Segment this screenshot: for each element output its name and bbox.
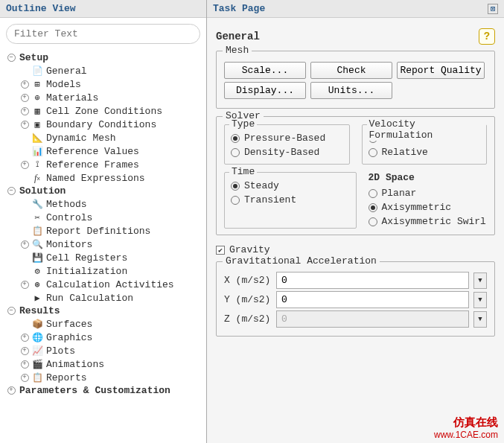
radio-icon — [369, 189, 377, 198]
field-row: Z (m/s2)▼ — [224, 310, 487, 328]
tree-item[interactable]: 📄General — [3, 64, 203, 77]
radio-option[interactable]: Steady — [231, 179, 350, 193]
radio-icon — [231, 182, 240, 191]
expander-icon[interactable]: + — [19, 106, 30, 116]
tree-item[interactable]: −Setup — [3, 51, 203, 64]
tree-item[interactable]: +🎬Animations — [3, 357, 203, 371]
tree-item[interactable]: +⊕Materials — [3, 91, 203, 104]
expander-icon[interactable]: + — [19, 239, 30, 249]
report-quality-button[interactable]: Report Quality — [397, 62, 485, 79]
expander-icon[interactable] — [19, 266, 30, 276]
expander-icon[interactable]: + — [19, 359, 30, 369]
expander-icon[interactable] — [19, 146, 30, 156]
radio-option[interactable]: Axisymmetric Swirl — [369, 214, 488, 229]
expander-icon[interactable]: + — [19, 332, 30, 342]
help-button[interactable]: ? — [479, 28, 495, 45]
expander-icon[interactable] — [19, 66, 30, 76]
tree-item-label: Cell Zone Conditions — [45, 106, 162, 117]
radio-label: Density-Based — [244, 147, 319, 158]
tree-icon: ⊛ — [31, 278, 43, 290]
field-label: X (m/s2) — [224, 275, 272, 286]
time-label: Time — [229, 166, 257, 177]
dropdown-icon[interactable]: ▼ — [473, 292, 487, 308]
radio-option[interactable]: Density-Based — [231, 145, 343, 159]
expander-icon[interactable]: − — [6, 186, 16, 197]
number-input[interactable] — [276, 272, 469, 289]
expander-icon[interactable]: + — [19, 79, 30, 89]
tree-icon: ▦ — [31, 105, 43, 117]
tree-item[interactable]: ✂Controls — [3, 211, 203, 224]
tree-item[interactable]: +🌐Graphics — [3, 331, 203, 344]
tree-item[interactable]: +📈Plots — [3, 344, 203, 357]
expander-icon[interactable]: + — [19, 92, 30, 103]
radio-icon — [369, 217, 377, 226]
radio-icon — [369, 203, 377, 212]
expander-icon[interactable] — [19, 133, 30, 143]
tree-item[interactable]: fxNamed Expressions — [3, 171, 203, 185]
expander-icon[interactable]: + — [19, 372, 30, 383]
radio-option[interactable]: Transient — [231, 193, 350, 207]
type-group: Type Pressure-BasedDensity-Based — [224, 124, 350, 165]
tree-item[interactable]: +Parameters & Customization — [3, 384, 203, 397]
expander-icon[interactable] — [19, 319, 30, 329]
tree-item[interactable]: −Solution — [3, 185, 203, 197]
expander-icon[interactable]: − — [6, 53, 16, 63]
tree-item[interactable]: 🔧Methods — [3, 197, 203, 211]
tree-item[interactable]: +📋Reports — [3, 371, 203, 384]
expander-icon[interactable] — [19, 293, 30, 303]
tree-item[interactable]: +🔍Monitors — [3, 238, 203, 251]
tree-item-label: Parameters & Customization — [18, 385, 170, 396]
tree-icon: ⟟ — [31, 159, 43, 170]
expander-icon[interactable] — [19, 252, 30, 263]
expander-icon[interactable] — [19, 199, 30, 209]
scale-button[interactable]: Scale... — [224, 62, 306, 79]
tree-item[interactable]: 📐Dynamic Mesh — [3, 131, 203, 144]
velocity-label: Velocity Formulation — [367, 118, 487, 141]
tree-item[interactable]: +▦Cell Zone Conditions — [3, 104, 203, 118]
tree-icon: 📈 — [31, 345, 43, 357]
tree-item[interactable]: +⊛Calculation Activities — [3, 278, 203, 291]
expander-icon[interactable]: + — [6, 386, 16, 396]
check-button[interactable]: Check — [310, 62, 392, 79]
expander-icon[interactable]: + — [19, 159, 30, 170]
tree-item-label: Monitors — [45, 239, 92, 250]
radio-option[interactable]: Planar — [369, 186, 488, 200]
tree-item[interactable]: −Results — [3, 305, 203, 317]
dropdown-icon[interactable]: ▼ — [473, 311, 487, 328]
tree-item[interactable]: 📦Surfaces — [3, 317, 203, 331]
units-button[interactable]: Units... — [310, 82, 392, 99]
tree-item[interactable]: +▣Boundary Conditions — [3, 118, 203, 131]
expander-icon[interactable]: − — [6, 306, 16, 316]
expander-icon[interactable]: + — [19, 279, 30, 290]
close-icon[interactable]: ⊠ — [488, 4, 498, 14]
dropdown-icon[interactable]: ▼ — [473, 273, 487, 289]
tree-icon: 🔍 — [31, 238, 43, 250]
number-input — [276, 310, 469, 328]
radio-label: Steady — [244, 180, 279, 191]
expander-icon[interactable] — [19, 226, 30, 236]
tree-item-label: Materials — [45, 92, 98, 103]
tree-item[interactable]: ▶Run Calculation — [3, 291, 203, 305]
tree-item[interactable]: +⟟Reference Frames — [3, 158, 203, 171]
expander-icon[interactable] — [19, 212, 30, 223]
tree-icon: 📦 — [31, 318, 43, 330]
tree-item[interactable]: 📋Report Definitions — [3, 224, 203, 238]
radio-label: Planar — [382, 188, 417, 199]
number-input[interactable] — [276, 291, 469, 308]
display-button[interactable]: Display... — [224, 82, 306, 99]
filter-input[interactable] — [6, 24, 200, 44]
radio-label: Axisymmetric Swirl — [382, 216, 486, 227]
radio-option[interactable]: Pressure-Based — [231, 131, 343, 145]
tree-item[interactable]: ⚙Initialization — [3, 264, 203, 278]
expander-icon[interactable]: + — [19, 119, 30, 130]
expander-icon[interactable]: + — [19, 345, 30, 356]
tree-item[interactable]: +⊞Models — [3, 77, 203, 91]
expander-icon[interactable] — [19, 173, 30, 183]
tree-icon: 📊 — [31, 145, 43, 157]
tree-item[interactable]: 💾Cell Registers — [3, 251, 203, 264]
radio-option[interactable]: Axisymmetric — [369, 200, 488, 214]
radio-label: Transient — [244, 194, 296, 205]
tree-item[interactable]: 📊Reference Values — [3, 144, 203, 158]
radio-option[interactable]: Relative — [369, 145, 481, 159]
tree-item-label: Initialization — [45, 266, 127, 277]
